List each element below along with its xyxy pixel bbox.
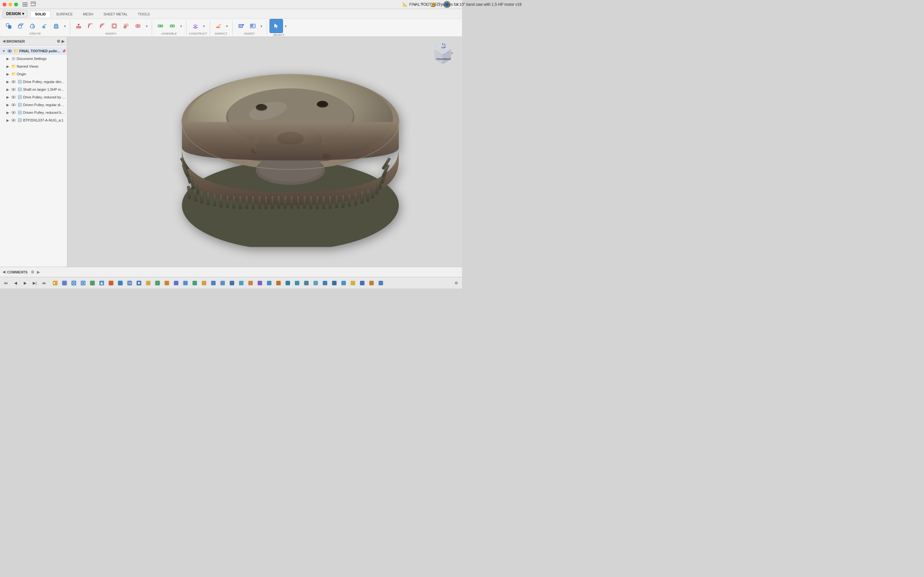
insert-canvas[interactable] <box>247 20 258 32</box>
timeline-btn-19[interactable] <box>218 279 227 287</box>
modify-combine[interactable] <box>132 20 144 32</box>
inspect-more[interactable]: ▾ <box>225 20 230 32</box>
tree-item-4[interactable]: ▶ Shaft on larger 1.5HP motor, 5/... <box>0 85 67 93</box>
sweep-button[interactable] <box>39 20 50 32</box>
timeline-btn-14[interactable] <box>172 279 181 287</box>
close-button[interactable] <box>3 3 6 6</box>
play-next-button[interactable]: ▶| <box>30 279 39 287</box>
timeline-btn-9[interactable] <box>125 279 134 287</box>
insert-more[interactable]: ▾ <box>259 20 264 32</box>
timeline-btn-26[interactable] <box>283 279 292 287</box>
timeline-btn-1[interactable] <box>51 279 60 287</box>
timeline-btn-17[interactable] <box>200 279 208 287</box>
item-8-eye-icon[interactable] <box>11 118 16 123</box>
root-arrow[interactable]: ▼ <box>1 48 6 53</box>
construct-offset-plane[interactable] <box>190 20 201 32</box>
new-component-button[interactable] <box>3 20 15 32</box>
maximize-button[interactable] <box>14 3 18 6</box>
play-start-button[interactable]: ⏮ <box>1 279 10 287</box>
tree-item-3[interactable]: ▶ Drive Pulley, regular dimension... <box>0 78 67 85</box>
timeline-btn-10[interactable] <box>134 279 144 287</box>
timeline-btn-21[interactable] <box>237 279 246 287</box>
play-end-button[interactable]: ⏭ <box>40 279 49 287</box>
item-0-arrow[interactable]: ▶ <box>5 56 10 61</box>
timeline-btn-6[interactable] <box>97 279 106 287</box>
tab-sheet-metal[interactable]: SHEET METAL <box>99 11 132 17</box>
item-3-eye-icon[interactable] <box>11 79 16 84</box>
item-1-arrow[interactable]: ▶ <box>5 64 10 69</box>
timeline-btn-24[interactable] <box>265 279 274 287</box>
timeline-btn-5[interactable] <box>88 279 97 287</box>
timeline-btn-8[interactable] <box>116 279 125 287</box>
comments-expand-icon[interactable]: ▶ <box>37 270 40 274</box>
play-button[interactable]: ▶ <box>21 279 29 287</box>
timeline-btn-20[interactable] <box>228 279 236 287</box>
root-eye-icon[interactable] <box>7 48 12 53</box>
tree-item-5[interactable]: ▶ Drive Pulley, reduced by 0.1 mr... <box>0 93 67 101</box>
item-4-arrow[interactable]: ▶ <box>5 87 10 92</box>
timeline-btn-23[interactable] <box>255 279 264 287</box>
create-more-button[interactable]: ▾ <box>62 20 67 32</box>
timeline-btn-34[interactable] <box>358 279 367 287</box>
construct-more[interactable]: ▾ <box>202 20 207 32</box>
tree-root[interactable]: ▼ 📁 FINAL TOOTHED pulleys for... 📌 <box>0 47 67 55</box>
item-4-eye-icon[interactable] <box>11 87 16 92</box>
browser-collapse-arrow[interactable]: ◀ <box>3 39 5 43</box>
timeline-btn-35[interactable] <box>367 279 376 287</box>
item-7-arrow[interactable]: ▶ <box>5 110 10 115</box>
timeline-btn-30[interactable] <box>320 279 330 287</box>
timeline-btn-31[interactable] <box>330 279 339 287</box>
browser-settings-icon[interactable]: ⚙ <box>57 39 60 44</box>
modify-more[interactable]: ▾ <box>144 20 149 32</box>
timeline-btn-3[interactable] <box>69 279 78 287</box>
timeline-btn-33[interactable] <box>349 279 357 287</box>
timeline-btn-18[interactable] <box>209 279 218 287</box>
item-2-arrow[interactable]: ▶ <box>5 71 10 77</box>
comments-settings-icon[interactable]: ⚙ <box>31 270 34 274</box>
modify-press-pull[interactable] <box>73 20 84 32</box>
tree-item-1[interactable]: ▶ 📁 Named Views <box>0 63 67 70</box>
inspect-measure[interactable]: mm <box>213 20 224 32</box>
item-7-eye-icon[interactable] <box>11 110 16 115</box>
select-more[interactable]: ▾ <box>283 19 288 33</box>
tree-item-6[interactable]: ▶ Driven Pulley, regular dimensio... <box>0 101 67 109</box>
tab-tools[interactable]: TOOLS <box>133 11 155 17</box>
file-menu[interactable] <box>31 2 37 7</box>
tree-item-7[interactable]: ▶ Driven Pulley, reduced by 0.1 m... <box>0 109 67 116</box>
tree-item-8[interactable]: ▶ BTP20XL037-A-NUG_a:1 <box>0 116 67 124</box>
tree-item-0[interactable]: ▶ Document Settings <box>0 55 67 63</box>
loft-button[interactable] <box>50 20 62 32</box>
timeline-btn-25[interactable] <box>274 279 283 287</box>
timeline-btn-7[interactable] <box>107 279 115 287</box>
timeline-btn-27[interactable] <box>292 279 302 287</box>
timeline-btn-13[interactable] <box>162 279 171 287</box>
insert-decal[interactable] <box>235 20 247 32</box>
comments-collapse-arrow[interactable]: ◀ <box>3 270 5 274</box>
timeline-btn-32[interactable] <box>339 279 348 287</box>
modify-scale[interactable] <box>120 20 132 32</box>
revolve-button[interactable] <box>27 20 38 32</box>
modify-fillet[interactable] <box>85 20 96 32</box>
item-5-arrow[interactable]: ▶ <box>5 95 10 100</box>
timeline-btn-16[interactable] <box>190 279 199 287</box>
extrude-button[interactable] <box>15 20 26 32</box>
timeline-btn-29[interactable] <box>311 279 320 287</box>
tab-solid[interactable]: SOLID <box>30 11 51 17</box>
item-8-arrow[interactable]: ▶ <box>5 118 10 123</box>
item-6-eye-icon[interactable] <box>11 102 16 107</box>
timeline-btn-2[interactable] <box>60 279 69 287</box>
timeline-btn-22[interactable] <box>246 279 255 287</box>
timeline-btn-4[interactable] <box>79 279 87 287</box>
item-3-arrow[interactable]: ▶ <box>5 79 10 84</box>
browser-expand-icon[interactable]: ▶ <box>61 39 65 44</box>
tab-mesh[interactable]: MESH <box>78 11 98 17</box>
orientation-cube[interactable]: Z X FRONT RIGHT TOP <box>430 43 456 69</box>
viewport[interactable]: Z X FRONT RIGHT TOP <box>67 37 462 267</box>
assemble-rigid[interactable] <box>166 20 178 32</box>
minimize-button[interactable] <box>8 3 12 6</box>
play-prev-button[interactable]: ◀ <box>11 279 20 287</box>
timeline-btn-12[interactable] <box>153 279 162 287</box>
timeline-btn-15[interactable] <box>181 279 190 287</box>
tab-surface[interactable]: SURFACE <box>51 11 78 17</box>
assemble-joint[interactable] <box>155 20 166 32</box>
